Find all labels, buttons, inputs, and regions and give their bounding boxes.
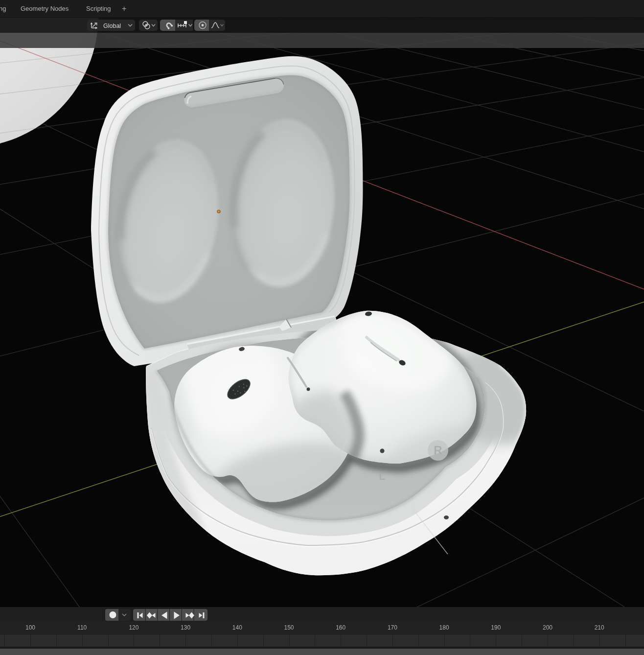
svg-text:R: R (434, 444, 442, 457)
svg-text:Global: Global (103, 23, 121, 29)
svg-text:L: L (379, 470, 385, 482)
